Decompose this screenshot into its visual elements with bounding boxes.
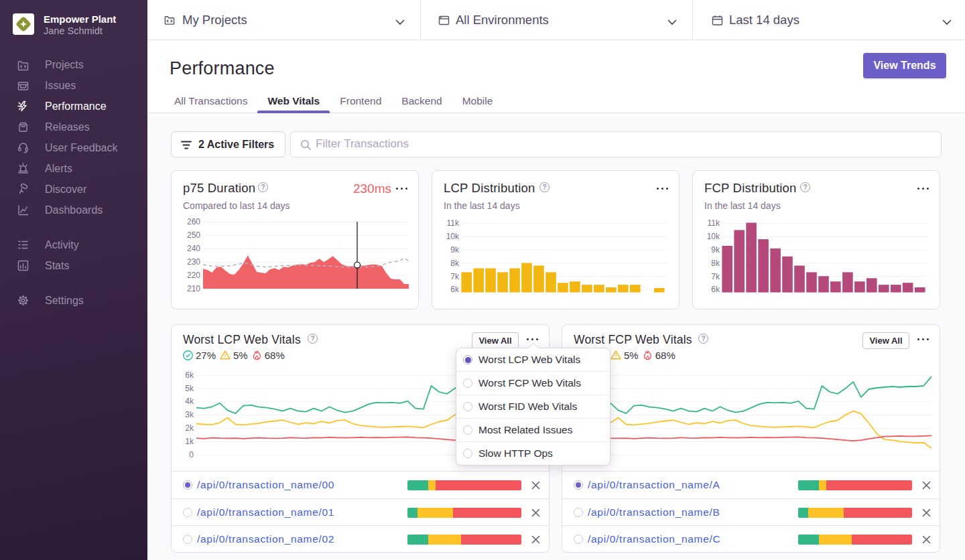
svg-text:5k: 5k <box>185 384 194 393</box>
svg-text:9k: 9k <box>450 245 460 255</box>
svg-text:9k: 9k <box>711 245 720 255</box>
svg-text:6k: 6k <box>185 370 194 380</box>
svg-text:240: 240 <box>187 244 200 253</box>
svg-text:6k: 6k <box>711 285 720 294</box>
svg-text:10k: 10k <box>707 232 720 241</box>
svg-text:8k: 8k <box>711 259 720 268</box>
svg-text:4k: 4k <box>185 397 194 406</box>
svg-text:230: 230 <box>187 257 200 267</box>
svg-text:10k: 10k <box>446 232 460 241</box>
svg-text:1k: 1k <box>185 437 194 446</box>
svg-text:6k: 6k <box>450 285 460 294</box>
svg-text:8k: 8k <box>450 259 460 268</box>
svg-text:250: 250 <box>187 230 200 240</box>
svg-text:260: 260 <box>187 217 200 226</box>
svg-text:220: 220 <box>187 271 200 280</box>
svg-text:7k: 7k <box>450 272 460 281</box>
svg-text:11k: 11k <box>447 218 460 228</box>
svg-text:11k: 11k <box>708 218 720 228</box>
svg-text:3k: 3k <box>185 410 194 419</box>
svg-text:210: 210 <box>187 284 200 293</box>
svg-text:0: 0 <box>189 450 194 460</box>
svg-text:7k: 7k <box>711 272 720 281</box>
svg-text:2k: 2k <box>185 423 194 433</box>
